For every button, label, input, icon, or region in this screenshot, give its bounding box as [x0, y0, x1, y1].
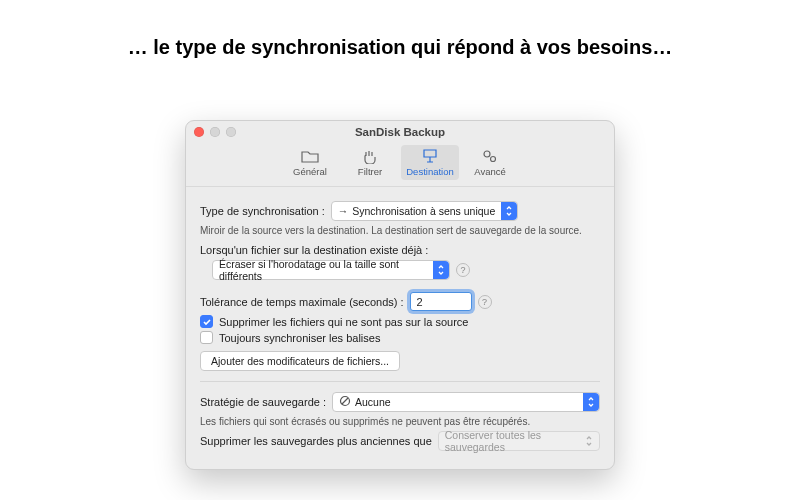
destination-icon [420, 147, 440, 165]
exists-select[interactable]: Écraser si l'horodatage ou la taille son… [212, 260, 450, 280]
tab-general[interactable]: Général [281, 145, 339, 180]
svg-point-0 [484, 151, 490, 157]
chevron-updown-icon [585, 435, 593, 449]
divider [200, 381, 600, 382]
prune-value: Conserver toutes les sauvegardes [445, 429, 581, 453]
sync-type-hint: Miroir de la source vers la destination.… [200, 225, 600, 236]
sync-tags-label: Toujours synchroniser les balises [219, 332, 380, 344]
delete-orphans-label: Supprimer les fichiers qui ne sont pas s… [219, 316, 468, 328]
select-stepper-icon [583, 393, 599, 411]
strategy-label: Stratégie de sauvegarde : [200, 396, 326, 408]
exists-label: Lorsqu'un fichier sur la destination exi… [200, 244, 600, 256]
tab-filter-label: Filtrer [358, 166, 382, 177]
page-headline: … le type de synchronisation qui répond … [0, 36, 800, 59]
window-titlebar: SanDisk Backup [186, 121, 614, 143]
sync-type-value: Synchronisation à sens unique [352, 205, 495, 217]
tolerance-label: Tolérance de temps maximale (seconds) : [200, 296, 404, 308]
select-stepper-icon [501, 202, 517, 220]
minimize-icon[interactable] [210, 127, 220, 137]
strategy-hint: Les fichiers qui sont écrasés ou supprim… [200, 416, 600, 427]
folder-icon [300, 147, 320, 165]
tab-filter[interactable]: Filtrer [341, 145, 399, 180]
delete-orphans-checkbox[interactable] [200, 315, 213, 328]
no-strategy-icon [339, 395, 351, 409]
hand-icon [360, 147, 380, 165]
help-icon[interactable]: ? [456, 263, 470, 277]
tolerance-value: 2 [417, 296, 423, 308]
sync-type-label: Type de synchronisation : [200, 205, 325, 217]
settings-window: SanDisk Backup Général Filtrer Destinati… [185, 120, 615, 470]
tab-general-label: Général [293, 166, 327, 177]
strategy-value: Aucune [355, 396, 391, 408]
prune-label: Supprimer les sauvegardes plus anciennes… [200, 435, 432, 447]
tab-destination[interactable]: Destination [401, 145, 459, 180]
close-icon[interactable] [194, 127, 204, 137]
sync-tags-checkbox[interactable] [200, 331, 213, 344]
add-modifiers-label: Ajouter des modificateurs de fichiers... [211, 355, 389, 367]
zoom-icon[interactable] [226, 127, 236, 137]
select-stepper-icon [433, 261, 449, 279]
prune-select: Conserver toutes les sauvegardes [438, 431, 600, 451]
sync-type-select[interactable]: → Synchronisation à sens unique [331, 201, 519, 221]
tab-destination-label: Destination [406, 166, 454, 177]
window-title: SanDisk Backup [355, 126, 445, 138]
window-controls [194, 121, 236, 143]
tab-content: Type de synchronisation : → Synchronisat… [186, 187, 614, 469]
exists-value: Écraser si l'horodatage ou la taille son… [219, 258, 427, 282]
strategy-select[interactable]: Aucune [332, 392, 600, 412]
tolerance-input[interactable]: 2 [410, 292, 472, 311]
tab-advanced-label: Avancé [474, 166, 506, 177]
toolbar: Général Filtrer Destination Avancé [186, 143, 614, 187]
arrow-right-icon: → [338, 205, 349, 217]
help-icon[interactable]: ? [478, 295, 492, 309]
gears-icon [480, 147, 500, 165]
tab-advanced[interactable]: Avancé [461, 145, 519, 180]
add-modifiers-button[interactable]: Ajouter des modificateurs de fichiers... [200, 351, 400, 371]
svg-point-1 [491, 157, 496, 162]
